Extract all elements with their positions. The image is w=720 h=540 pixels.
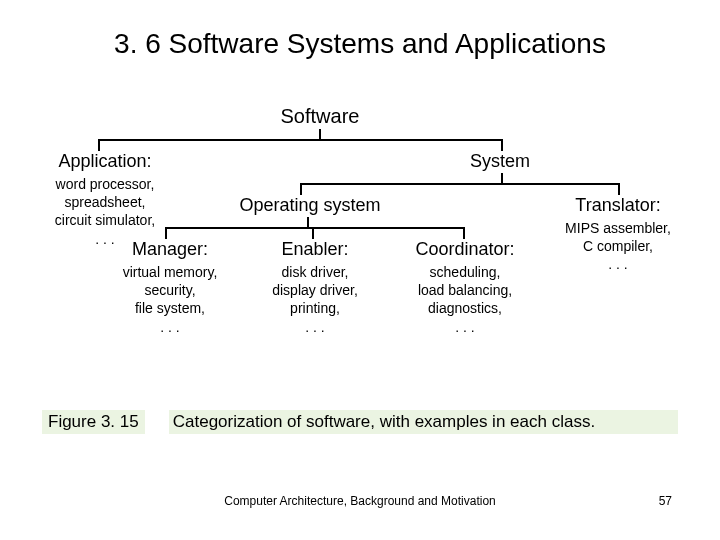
node-os-head: Operating system — [220, 195, 400, 216]
footer-text: Computer Architecture, Background and Mo… — [0, 494, 720, 508]
enabler-ex1: disk driver, — [282, 264, 349, 280]
manager-ex3: file system, — [135, 300, 205, 316]
coordinator-ex2: load balancing, — [418, 282, 512, 298]
manager-dots: . . . — [160, 319, 179, 335]
node-root: Software — [260, 105, 380, 128]
enabler-ex2: display driver, — [272, 282, 358, 298]
node-coordinator-examples: scheduling, load balancing, diagnostics,… — [400, 263, 530, 336]
application-ex2: spreadsheet, — [65, 194, 146, 210]
node-manager-examples: virtual memory, security, file system, .… — [100, 263, 240, 336]
figure-caption: Figure 3. 15 Categorization of software,… — [42, 410, 678, 434]
node-application-examples: word processor, spreadsheet, circuit sim… — [30, 175, 180, 248]
coordinator-ex3: diagnostics, — [428, 300, 502, 316]
application-ex3: circuit simulator, — [55, 212, 155, 228]
enabler-ex3: printing, — [290, 300, 340, 316]
node-translator-head: Translator: — [558, 195, 678, 216]
figure-label: Figure 3. 15 — [42, 410, 145, 434]
node-translator-examples: MIPS assembler, C compiler, . . . — [548, 219, 688, 274]
node-enabler-examples: disk driver, display driver, printing, .… — [250, 263, 380, 336]
application-ex1: word processor, — [56, 176, 155, 192]
slide-title: 3. 6 Software Systems and Applications — [0, 28, 720, 60]
software-tree-diagram: Software Application: word processor, sp… — [50, 105, 670, 390]
slide: 3. 6 Software Systems and Applications S… — [0, 0, 720, 540]
node-coordinator-head: Coordinator: — [400, 239, 530, 260]
manager-ex2: security, — [144, 282, 195, 298]
manager-ex1: virtual memory, — [123, 264, 218, 280]
translator-ex1: MIPS assembler, — [565, 220, 671, 236]
translator-dots: . . . — [608, 256, 627, 272]
node-application-head: Application: — [45, 151, 165, 172]
page-number: 57 — [659, 494, 672, 508]
enabler-dots: . . . — [305, 319, 324, 335]
coordinator-ex1: scheduling, — [430, 264, 501, 280]
translator-ex2: C compiler, — [583, 238, 653, 254]
node-enabler-head: Enabler: — [260, 239, 370, 260]
node-manager-head: Manager: — [110, 239, 230, 260]
figure-text: Categorization of software, with example… — [169, 410, 678, 434]
node-system-head: System — [450, 151, 550, 172]
coordinator-dots: . . . — [455, 319, 474, 335]
